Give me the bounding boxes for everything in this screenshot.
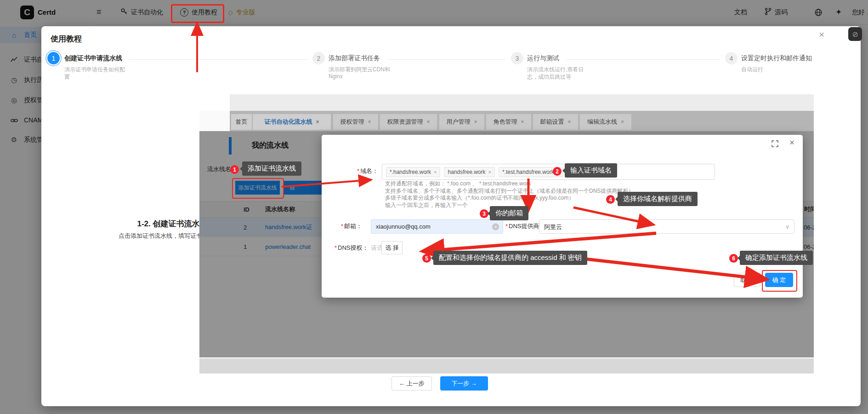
tab-authorization[interactable]: 授权管理× [333,114,378,130]
choose-auth-button[interactable]: 选 择 [381,241,403,254]
tab-bar: 首页 证书自动化流水线× 授权管理× 权限资源管理× 用户管理× 角色管理× 邮… [230,111,814,131]
step-1-desc2: 置 [64,73,70,81]
block-icon: ⊘ [852,30,858,39]
tag-close-icon[interactable]: × [557,169,560,175]
step-1-circle: 1 [47,52,60,64]
screenshot-bottom-strip [199,358,814,374]
dns-auth-label: *DNS授权： [335,244,369,252]
tab-close-icon[interactable]: × [621,119,624,125]
add-pipeline-dialog: × *域名： *.handsfree.work× handsfree.work×… [322,135,803,298]
tab-home[interactable]: 首页 [231,114,252,130]
domain-label: *域名： [357,167,378,175]
step-3-desc: 演示流水线运行,查看日 [527,66,584,74]
tag-close-icon[interactable]: × [488,169,491,175]
step-4-title: 设置定时执行和邮件通知 [741,54,812,63]
step-1-title: 创建证书申请流水线 [64,54,122,63]
step-3-desc2: 志，成功后跳过等 [527,73,571,81]
step-2-circle: 2 [312,52,325,64]
step-4-desc: 自动运行 [741,66,763,74]
tab-close-icon[interactable]: × [426,119,430,125]
domain-input[interactable]: *.handsfree.work× handsfree.work× *.test… [382,164,715,180]
confirm-button[interactable]: 确 定 [765,273,793,287]
step-2-desc2: Nginx [329,73,343,80]
modal-close-icon[interactable]: × [819,29,824,40]
required-mark: * [341,223,343,230]
tab-close-icon[interactable]: × [368,119,371,125]
tab-close-icon[interactable]: × [316,119,319,125]
tab-close-icon[interactable]: × [567,119,571,125]
app-root: C Certd ≡ 证书自动化 ? 使用教程 ◇ 专业版 文档 [0,0,868,414]
embedded-screenshot: 首页 证书自动化流水线× 授权管理× 权限资源管理× 用户管理× 角色管理× 邮… [199,111,814,357]
step-3-circle: 3 [511,52,523,64]
required-mark: * [357,167,359,174]
step-1-desc: 演示证书申请任务如何配 [64,66,125,74]
step-3-title: 运行与测试 [527,54,559,63]
tab-roles[interactable]: 角色管理× [486,114,531,130]
fullscreen-icon[interactable] [772,140,778,149]
step-connector [566,59,720,60]
tab-close-icon[interactable]: × [474,119,477,125]
dialog-close-icon[interactable]: × [789,138,794,148]
step-2-title: 添加部署证书任务 [329,54,380,63]
step-connector [129,59,308,60]
tab-cert-pipeline[interactable]: 证书自动化流水线× [253,114,331,130]
tab-edit-pipeline[interactable]: 编辑流水线× [580,114,631,130]
tab-users[interactable]: 用户管理× [439,114,484,130]
domain-tag[interactable]: handsfree.work× [444,167,494,177]
chevron-down-icon: ∨ [785,224,789,230]
cancel-button[interactable]: 取 消 [734,273,760,287]
clear-icon[interactable]: × [492,223,499,230]
domain-help-text: 支持通配符域名，例如： *.foo.com 、 *.test.handsfree… [385,180,634,209]
next-step-button[interactable]: 下一步 → [440,376,488,391]
screenshot-top-strip [230,94,814,111]
corner-block-button[interactable]: ⊘ [848,27,862,41]
tab-email-settings[interactable]: 邮箱设置× [533,114,578,130]
domain-tag[interactable]: *.test.handsfree.work× [499,167,563,177]
dns-provider-select[interactable]: 阿里云 ∨ [539,219,794,234]
step-4-circle: 4 [725,52,738,64]
step-connector [387,59,506,60]
step-2-desc: 演示部署到阿里云CDN和 [329,66,390,74]
email-field[interactable]: xiaojunnuo@qq.com × [371,219,503,234]
tag-close-icon[interactable]: × [434,169,437,175]
required-mark: * [505,223,508,230]
domain-tag[interactable]: *.handsfree.work× [386,167,440,177]
tab-permission[interactable]: 权限资源管理× [380,114,437,130]
modal-title: 使用教程 [51,34,82,44]
tab-close-icon[interactable]: × [521,119,524,125]
prev-step-button[interactable]: ← 上一步 [391,376,432,391]
screenshot-left-column [199,111,230,131]
required-mark: * [335,244,337,251]
email-label: *邮箱： [341,222,362,230]
